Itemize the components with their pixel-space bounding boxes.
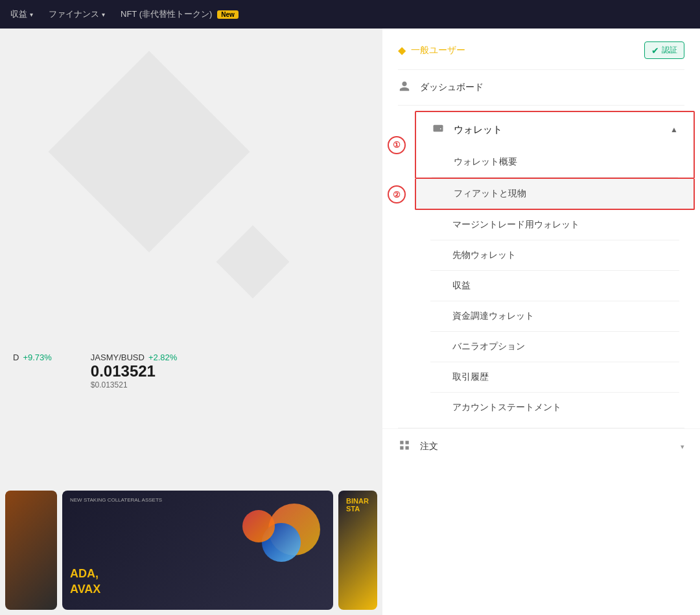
ticker-change-d: +9.73%	[23, 353, 51, 362]
banner-card-1[interactable]	[5, 491, 57, 610]
banner-subtitle: NEW STAKING COLLATERAL ASSETS	[70, 497, 162, 503]
submenu-overview-label: ウォレット概要	[454, 156, 517, 168]
ticker-item-d: D +9.73%	[13, 353, 52, 389]
submenu-fiat-label: フィアットと現物	[454, 188, 526, 200]
wallet-header[interactable]: ウォレット ▲	[416, 112, 694, 147]
wallet-icon	[432, 122, 445, 137]
menu-item-dashboard[interactable]: ダッシュボード	[382, 70, 700, 105]
bg-diamond-small	[216, 225, 289, 298]
divider-sub-1	[432, 177, 678, 178]
nav-nft-label: NFT (非代替性トークン)	[121, 8, 212, 20]
submenu-item-history[interactable]: 取引履歴	[415, 362, 695, 392]
nav-finance-chevron: ▾	[102, 11, 105, 18]
ticker-pair-jasmy: JASMY/BUSD	[91, 353, 145, 362]
order-label: 注文	[420, 441, 438, 452]
nav-item-nft[interactable]: NFT (非代替性トークン) New	[121, 8, 239, 20]
user-section: ◆ 一般ユーザー ✔ 認証	[382, 29, 700, 69]
annotation-circle-2: ②	[388, 185, 406, 203]
fiat-bordered-section: フィアットと現物	[415, 179, 695, 210]
banner-card-3[interactable]: BINARSTA	[338, 491, 377, 610]
wallet-label: ウォレット	[454, 124, 502, 136]
submenu-item-funding[interactable]: 資金調達ウォレット	[415, 301, 695, 331]
svg-rect-2	[406, 441, 409, 444]
fiat-section-wrapper: ② フィアットと現物	[415, 179, 695, 210]
wallet-bordered-section: ウォレット ▲ ウォレット概要	[415, 111, 695, 179]
ticker-change-jasmy: +2.82%	[148, 353, 177, 362]
divider-2	[398, 105, 684, 106]
annotation-circle-1: ①	[388, 136, 406, 154]
submenu-item-margin[interactable]: マージントレード用ウォレット	[415, 210, 695, 240]
ticker-price-jasmy: 0.013521	[91, 362, 178, 380]
ticker-pair-d: D	[13, 353, 19, 362]
order-left: 注文	[398, 439, 438, 454]
submenu-item-overview[interactable]: ウォレット概要	[416, 147, 694, 177]
left-content-area: D +9.73% JASMY/BUSD +2.82% 0.013521 $0.0…	[0, 29, 382, 615]
wallet-section-wrapper: ① ウォレット ▲	[415, 111, 695, 179]
dashboard-label: ダッシュボード	[420, 82, 484, 93]
wallet-chevron-icon: ▲	[670, 125, 678, 134]
user-label: 一般ユーザー	[411, 45, 465, 56]
submenu-item-earnings[interactable]: 収益	[415, 271, 695, 301]
verified-check-icon: ✔	[651, 45, 659, 56]
submenu-history-label: 取引履歴	[452, 371, 489, 383]
submenu-futures-label: 先物ウォレット	[452, 249, 516, 261]
svg-rect-3	[400, 447, 403, 450]
banner-card-2[interactable]: NEW STAKING COLLATERAL ASSETS ADA,AVAX	[62, 491, 333, 610]
nft-new-badge: New	[217, 10, 239, 19]
nav-earnings-label: 収益	[10, 8, 27, 20]
dashboard-icon	[398, 80, 411, 95]
submenu-remaining: マージントレード用ウォレット 先物ウォレット 収益 資金調達ウォレット バニラオ…	[415, 210, 695, 423]
bg-diamond-large	[48, 51, 250, 252]
order-chevron-icon: ▾	[681, 443, 684, 451]
submenu-funding-label: 資金調達ウォレット	[452, 310, 534, 322]
nav-item-finance[interactable]: ファイナンス ▾	[49, 8, 105, 20]
order-icon	[398, 439, 411, 454]
wallet-header-left: ウォレット	[432, 122, 502, 137]
submenu-margin-label: マージントレード用ウォレット	[452, 219, 579, 231]
top-navigation: 収益 ▾ ファイナンス ▾ NFT (非代替性トークン) New	[0, 0, 700, 29]
verified-badge: ✔ 認証	[644, 41, 684, 59]
submenu-item-statement[interactable]: アカウントステートメント	[415, 393, 695, 423]
nav-item-earnings[interactable]: 収益 ▾	[10, 8, 33, 20]
verified-text: 認証	[662, 45, 677, 56]
svg-rect-1	[400, 441, 403, 444]
submenu-item-vanilla[interactable]: バニラオプション	[415, 332, 695, 362]
diamond-icon: ◆	[398, 44, 406, 56]
banner-logo: BINARSTA	[346, 497, 369, 513]
menu-item-order[interactable]: 注文 ▾	[382, 428, 700, 464]
nav-finance-label: ファイナンス	[49, 8, 99, 20]
submenu-vanilla-label: バニラオプション	[452, 341, 525, 353]
user-type-container: ◆ 一般ユーザー	[398, 44, 465, 56]
ticker-usd-jasmy: $0.013521	[91, 380, 178, 389]
banner-area: NEW STAKING COLLATERAL ASSETS ADA,AVAX B…	[0, 485, 382, 615]
submenu-statement-label: アカウントステートメント	[452, 402, 561, 413]
main-layout: D +9.73% JASMY/BUSD +2.82% 0.013521 $0.0…	[0, 29, 700, 615]
ticker-area: D +9.73% JASMY/BUSD +2.82% 0.013521 $0.0…	[0, 353, 190, 389]
submenu-item-fiat[interactable]: フィアットと現物	[416, 179, 694, 209]
svg-rect-4	[406, 447, 409, 450]
right-sidebar: ◆ 一般ユーザー ✔ 認証 ダッシュボード ①	[382, 29, 700, 615]
submenu-earnings-label: 収益	[452, 280, 471, 292]
banner-text-ada: ADA,AVAX	[70, 566, 100, 597]
ticker-item-jasmy: JASMY/BUSD +2.82% 0.013521 $0.013521	[91, 353, 178, 389]
submenu-item-futures[interactable]: 先物ウォレット	[415, 240, 695, 270]
nav-earnings-chevron: ▾	[30, 11, 33, 18]
svg-rect-0	[434, 125, 443, 132]
